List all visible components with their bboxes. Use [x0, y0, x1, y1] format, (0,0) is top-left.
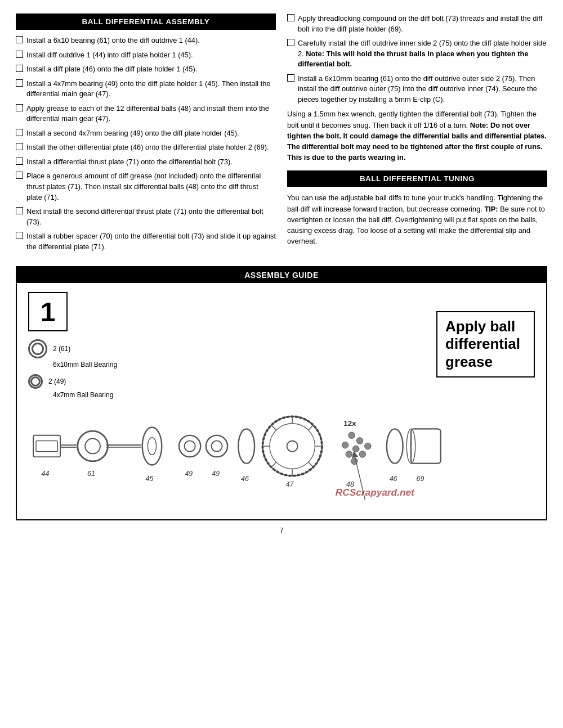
bearing-small-icon — [28, 374, 43, 389]
part-num-69: 69 — [417, 475, 425, 483]
grease-box: Apply ball differential grease — [436, 311, 535, 378]
part-1-quantity: 2 (61) — [53, 345, 70, 353]
instruction-8: Install a differential thrust plate (71)… — [16, 157, 276, 168]
instruction-4: Install a 4x7mm bearing (49) onto the di… — [16, 79, 276, 100]
ball-diff-tuning-header: BALL DIFFERENTIAL TUNING — [287, 170, 547, 187]
part-num-46b: 46 — [390, 475, 397, 483]
part-num-47: 47 — [286, 480, 294, 488]
part-num-49a: 49 — [185, 470, 193, 478]
checkbox-10[interactable] — [16, 207, 23, 214]
svg-point-13 — [211, 441, 222, 452]
multiplier-label: 12x — [343, 419, 356, 428]
instruction-14: Install a 6x10mm bearing (61) onto the d… — [287, 74, 547, 105]
instruction-text-10: Next install the second differential thr… — [26, 206, 276, 227]
checkbox-5[interactable] — [16, 104, 23, 111]
svg-point-5 — [85, 439, 100, 454]
top-section: BALL DIFFERENTIAL ASSEMBLY Install a 6x1… — [16, 14, 547, 256]
instruction-text-7: Install the other differential plate (46… — [26, 142, 276, 153]
svg-point-10 — [179, 435, 200, 457]
svg-rect-0 — [33, 435, 60, 457]
part-num-45: 45 — [146, 475, 154, 483]
svg-rect-1 — [36, 441, 57, 452]
svg-line-25 — [271, 462, 276, 468]
svg-point-28 — [356, 438, 363, 444]
svg-point-31 — [359, 451, 366, 458]
watermark-text: RCScrapyard.net — [336, 487, 415, 498]
svg-point-11 — [185, 441, 195, 452]
checkbox-12[interactable] — [287, 14, 294, 21]
checkbox-8[interactable] — [16, 158, 23, 165]
grease-label: Apply ball differential grease — [445, 318, 520, 370]
right-column: Apply threadlocking compound on the diff… — [287, 14, 547, 256]
assembly-body: 1 2 (61) 6x10mm Ball Bearing 2 (49) 4x7m… — [17, 283, 546, 519]
svg-point-16 — [270, 424, 315, 469]
part-num-49b: 49 — [212, 470, 220, 478]
instruction-text-5: Apply grease to each of the 12 different… — [26, 104, 276, 124]
instruction-text-12: Apply threadlocking compound on the diff… — [298, 14, 547, 34]
ball-diff-assembly-header: BALL DIFFERENTIAL ASSEMBLY — [16, 14, 276, 30]
instruction-text-13: Carefully install the diff outdrive inne… — [298, 38, 547, 70]
checkbox-14[interactable] — [287, 74, 294, 82]
instruction-2: Install diff outdrive 1 (44) into diff p… — [16, 50, 276, 61]
part-item-2: 2 (49) — [28, 374, 129, 389]
part-num-46a: 46 — [241, 475, 249, 483]
svg-line-26 — [309, 462, 314, 468]
step-number-box: 1 — [28, 292, 68, 331]
instruction-3: Install a diff plate (46) onto the diff … — [16, 64, 276, 75]
bearing-large-icon — [28, 339, 47, 358]
instruction-text-14: Install a 6x10mm bearing (61) onto the d… — [298, 74, 547, 105]
tuning-text: You can use the adjustable ball diffs to… — [287, 192, 547, 246]
instruction-11: Install a rubber spacer (70) onto the di… — [16, 231, 276, 252]
svg-point-8 — [142, 428, 162, 465]
instruction-text-2: Install diff outdrive 1 (44) into diff p… — [26, 50, 276, 61]
checkbox-13[interactable] — [287, 39, 294, 46]
instruction-13-bold: Note: This will hold the thrust balls in… — [298, 50, 529, 69]
instruction-6: Install a second 4x7mm bearing (49) onto… — [16, 128, 276, 139]
svg-line-24 — [309, 425, 314, 430]
assembly-guide-section: ASSEMBLY GUIDE 1 2 (61) 6x10mm Ball Bear… — [16, 266, 547, 520]
checkbox-7[interactable] — [16, 143, 23, 150]
svg-point-34 — [342, 442, 348, 449]
assembly-diagram: 44 61 45 49 — [23, 390, 540, 502]
svg-point-9 — [148, 438, 156, 455]
svg-point-12 — [206, 435, 227, 457]
assembly-guide-header: ASSEMBLY GUIDE — [17, 267, 546, 283]
instruction-7: Install the other differential plate (46… — [16, 142, 276, 153]
instruction-text-6: Install a second 4x7mm bearing (49) onto… — [26, 128, 276, 139]
svg-point-30 — [346, 451, 352, 458]
checkbox-2[interactable] — [16, 51, 23, 58]
instruction-text-8: Install a differential thrust plate (71)… — [26, 157, 276, 168]
instruction-text-4: Install a 4x7mm bearing (49) onto the di… — [26, 79, 276, 100]
svg-line-23 — [271, 425, 276, 430]
svg-point-29 — [353, 446, 360, 452]
instruction-13: Carefully install the diff outdrive inne… — [287, 38, 547, 70]
svg-point-17 — [287, 441, 298, 452]
part-1-name: 6x10mm Ball Bearing — [53, 361, 129, 369]
checkbox-11[interactable] — [16, 232, 23, 239]
instruction-10: Next install the second differential thr… — [16, 206, 276, 227]
checkbox-1[interactable] — [16, 36, 23, 43]
step-number: 1 — [41, 296, 56, 327]
svg-point-36 — [387, 429, 403, 464]
instruction-12: Apply threadlocking compound on the diff… — [287, 14, 547, 34]
checkbox-9[interactable] — [16, 172, 23, 179]
diagram-area: 44 61 45 49 — [23, 390, 540, 502]
part-2-quantity: 2 (49) — [48, 378, 66, 385]
page: BALL DIFFERENTIAL ASSEMBLY Install a 6x1… — [0, 0, 563, 728]
checkbox-6[interactable] — [16, 129, 23, 136]
svg-point-27 — [348, 432, 355, 439]
instruction-text-9: Place a generous amount of diff grease (… — [26, 171, 276, 203]
instruction-9: Place a generous amount of diff grease (… — [16, 171, 276, 203]
instruction-5: Apply grease to each of the 12 different… — [16, 104, 276, 124]
svg-point-14 — [238, 429, 254, 464]
checkbox-3[interactable] — [16, 65, 23, 72]
part-item-1: 2 (61) — [28, 339, 129, 358]
main-gear-group — [262, 417, 321, 476]
instruction-text-11: Install a rubber spacer (70) onto the di… — [26, 231, 276, 252]
part-num-61: 61 — [87, 470, 95, 478]
svg-point-33 — [365, 443, 372, 450]
tightening-instructions: Using a 1.5mm hex wrench, gently tighten… — [287, 109, 547, 163]
tip-label: TIP: — [484, 205, 498, 213]
instruction-1: Install a 6x10 bearing (61) onto the dif… — [16, 35, 276, 46]
checkbox-4[interactable] — [16, 79, 23, 87]
